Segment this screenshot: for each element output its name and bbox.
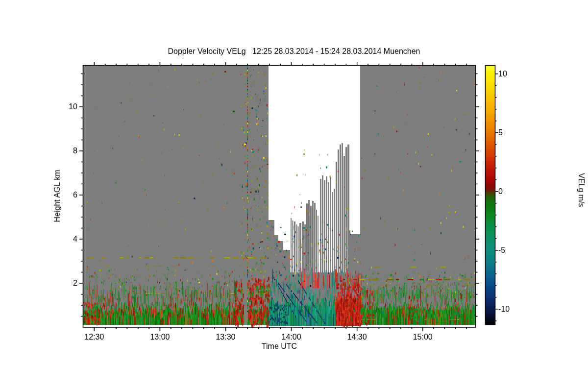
- colorbar-tick-label: -5: [498, 245, 528, 255]
- colorbar-tick-label: 5: [498, 128, 528, 138]
- chart-title: Doppler Velocity VELg 12:25 28.03.2014 -…: [0, 47, 588, 56]
- doppler-velocity-figure: Doppler Velocity VELg 12:25 28.03.2014 -…: [0, 0, 588, 392]
- x-axis-label: Time UTC: [83, 342, 475, 351]
- colorbar-tick-label: 0: [498, 187, 528, 196]
- x-tick-label: 12:30: [74, 332, 114, 342]
- y-tick-label: 10: [0, 102, 77, 112]
- x-tick-label: 14:00: [272, 332, 311, 342]
- colorbar-tick-label: 10: [498, 69, 528, 79]
- y-tick-label: 4: [0, 234, 77, 244]
- colorbar-tick-label: -10: [498, 304, 528, 314]
- x-tick-label: 13:30: [206, 332, 245, 342]
- y-tick-label: 2: [0, 278, 77, 288]
- x-tick-label: 13:00: [140, 332, 179, 342]
- y-tick-label: 8: [0, 146, 77, 156]
- x-tick-label: 15:00: [403, 332, 442, 342]
- colorbar-label: VELg m/s: [576, 173, 586, 207]
- x-tick-label: 14:30: [338, 332, 377, 342]
- y-tick-label: 6: [0, 190, 77, 200]
